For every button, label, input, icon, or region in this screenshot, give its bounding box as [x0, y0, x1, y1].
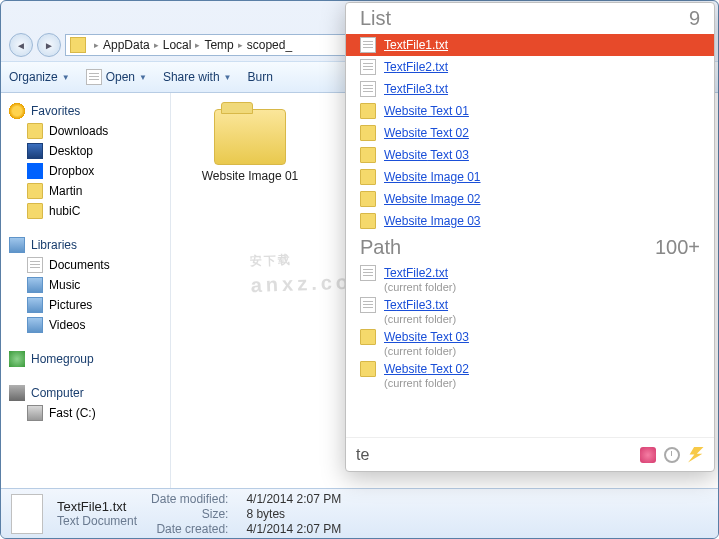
- path-row[interactable]: TextFile2.txt(current folder): [346, 263, 714, 295]
- share-button[interactable]: Share with▼: [163, 70, 232, 84]
- sidebar-item-pictures[interactable]: Pictures: [5, 295, 166, 315]
- organize-button[interactable]: Organize▼: [9, 70, 70, 84]
- sidebar-item-martin[interactable]: Martin: [5, 181, 166, 201]
- file-thumbnail: [11, 494, 43, 534]
- list-row[interactable]: TextFile2.txt: [346, 56, 714, 78]
- breadcrumb[interactable]: ▸AppData ▸Local ▸Temp ▸scoped_: [90, 38, 292, 52]
- history-icon[interactable]: [664, 447, 680, 463]
- list-row-label: Website Image 03: [384, 214, 481, 228]
- list-row[interactable]: Website Image 02: [346, 188, 714, 210]
- crumb-part[interactable]: scoped_: [247, 38, 292, 52]
- path-row-sub: (current folder): [384, 313, 700, 325]
- path-header: Path100+: [346, 232, 714, 263]
- folder-icon: [360, 213, 376, 229]
- star-icon: [9, 103, 25, 119]
- folder-icon: [360, 361, 376, 377]
- textfile-icon: [360, 297, 376, 313]
- crumb-part[interactable]: AppData: [103, 38, 150, 52]
- folder-icon: [27, 123, 43, 139]
- computer-group: Computer Fast (C:): [5, 383, 166, 423]
- folder-icon: [360, 125, 376, 141]
- path-row[interactable]: TextFile3.txt(current folder): [346, 295, 714, 327]
- favorites-header[interactable]: Favorites: [5, 101, 166, 121]
- list-row-label: Website Image 02: [384, 192, 481, 206]
- folder-icon: [27, 203, 43, 219]
- list-row-label: Website Text 02: [384, 126, 469, 140]
- folder-icon: [360, 103, 376, 119]
- homegroup-icon: [9, 351, 25, 367]
- file-icon: [86, 69, 102, 85]
- forward-button[interactable]: ►: [37, 33, 61, 57]
- pictures-icon: [27, 297, 43, 313]
- path-results: TextFile2.txt(current folder)TextFile3.t…: [346, 263, 714, 391]
- list-row[interactable]: Website Text 02: [346, 122, 714, 144]
- desktop-icon: [27, 143, 43, 159]
- dropbox-icon: [27, 163, 43, 179]
- path-row-sub: (current folder): [384, 281, 700, 293]
- list-header: List9: [346, 3, 714, 34]
- path-row-sub: (current folder): [384, 345, 700, 357]
- sidebar-item-drive-c[interactable]: Fast (C:): [5, 403, 166, 423]
- folder-icon: [360, 147, 376, 163]
- favorites-icon[interactable]: [640, 447, 656, 463]
- list-row-label: Website Text 03: [384, 148, 469, 162]
- list-row[interactable]: Website Image 03: [346, 210, 714, 232]
- status-filetype: Text Document: [57, 514, 137, 528]
- favorites-group: Favorites Downloads Desktop Dropbox Mart…: [5, 101, 166, 221]
- path-row-label: Website Text 03: [384, 330, 469, 344]
- music-icon: [27, 277, 43, 293]
- sidebar-item-documents[interactable]: Documents: [5, 255, 166, 275]
- videos-icon: [27, 317, 43, 333]
- crumb-part[interactable]: Local: [163, 38, 192, 52]
- sidebar-item-desktop[interactable]: Desktop: [5, 141, 166, 161]
- sidebar-item-music[interactable]: Music: [5, 275, 166, 295]
- sidebar-item-hubic[interactable]: hubiC: [5, 201, 166, 221]
- search-bar: [346, 437, 714, 471]
- sidebar: Favorites Downloads Desktop Dropbox Mart…: [1, 93, 171, 488]
- homegroup-header[interactable]: Homegroup: [5, 349, 166, 369]
- folder-icon: [70, 37, 86, 53]
- list-row-label: Website Image 01: [384, 170, 481, 184]
- folder-icon: [27, 183, 43, 199]
- textfile-icon: [360, 81, 376, 97]
- list-row[interactable]: Website Image 01: [346, 166, 714, 188]
- list-row[interactable]: Website Text 01: [346, 100, 714, 122]
- back-button[interactable]: ◄: [9, 33, 33, 57]
- library-icon: [9, 237, 25, 253]
- path-row-label: TextFile2.txt: [384, 266, 448, 280]
- computer-header[interactable]: Computer: [5, 383, 166, 403]
- list-row[interactable]: TextFile3.txt: [346, 78, 714, 100]
- crumb-part[interactable]: Temp: [204, 38, 233, 52]
- textfile-icon: [360, 37, 376, 53]
- folder-icon: [214, 109, 286, 165]
- path-row-label: TextFile3.txt: [384, 298, 448, 312]
- status-filename: TextFile1.txt: [57, 499, 137, 514]
- folder-icon: [360, 329, 376, 345]
- sidebar-item-downloads[interactable]: Downloads: [5, 121, 166, 141]
- open-button[interactable]: Open▼: [86, 69, 147, 85]
- folder-icon: [360, 169, 376, 185]
- libraries-header[interactable]: Libraries: [5, 235, 166, 255]
- burn-button[interactable]: Burn: [248, 70, 273, 84]
- list-row-label: TextFile3.txt: [384, 82, 448, 96]
- list-row[interactable]: Website Text 03: [346, 144, 714, 166]
- sidebar-item-dropbox[interactable]: Dropbox: [5, 161, 166, 181]
- actions-icon[interactable]: [688, 447, 704, 463]
- folder-icon: [360, 191, 376, 207]
- list-row[interactable]: TextFile1.txt: [346, 34, 714, 56]
- path-row[interactable]: Website Text 02(current folder): [346, 359, 714, 391]
- search-input[interactable]: [356, 446, 632, 464]
- statusbar: TextFile1.txt Text Document Date modifie…: [1, 488, 718, 538]
- document-icon: [27, 257, 43, 273]
- path-row-sub: (current folder): [384, 377, 700, 389]
- homegroup-group: Homegroup: [5, 349, 166, 369]
- sidebar-item-videos[interactable]: Videos: [5, 315, 166, 335]
- search-popup: List9 TextFile1.txtTextFile2.txtTextFile…: [345, 2, 715, 472]
- computer-icon: [9, 385, 25, 401]
- path-row[interactable]: Website Text 03(current folder): [346, 327, 714, 359]
- list-results: TextFile1.txtTextFile2.txtTextFile3.txtW…: [346, 34, 714, 232]
- textfile-icon: [360, 59, 376, 75]
- folder-item[interactable]: Website Image 01: [195, 109, 305, 199]
- textfile-icon: [360, 265, 376, 281]
- list-row-label: Website Text 01: [384, 104, 469, 118]
